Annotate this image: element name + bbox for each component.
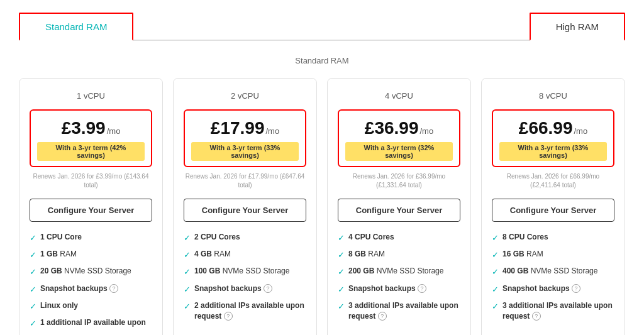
features-list-3: ✓8 CPU Cores✓16 GB RAM✓400 GB NVMe SSD S… bbox=[492, 232, 614, 321]
feature-item-3-3: ✓Snapshot backups ? bbox=[492, 283, 614, 295]
configure-button-3[interactable]: Configure Your Server bbox=[492, 199, 614, 222]
check-icon: ✓ bbox=[338, 301, 345, 312]
feature-text-2-0: 4 CPU Cores bbox=[348, 232, 394, 243]
feature-text-1-4: 2 additional IPs available upon request … bbox=[194, 300, 306, 322]
check-icon: ✓ bbox=[30, 301, 36, 312]
info-icon[interactable]: ? bbox=[572, 284, 580, 293]
price-box-0: £3.99/moWith a 3-yr term (42% savings) bbox=[30, 109, 152, 167]
feature-text-0-2: 20 GB NVMe SSD Storage bbox=[40, 266, 131, 277]
feature-item-1-2: ✓100 GB NVMe SSD Storage bbox=[184, 266, 306, 278]
price-main-3: £66.99/mo bbox=[499, 118, 607, 138]
feature-text-2-1: 8 GB RAM bbox=[348, 249, 385, 260]
price-per-1: /mo bbox=[265, 126, 279, 136]
renews-text-3: Renews Jan. 2026 for £66.99/mo (£2,411.6… bbox=[492, 172, 614, 190]
feature-text-0-5: 1 additional IP available upon bbox=[40, 317, 146, 328]
feature-item-1-3: ✓Snapshot backups ? bbox=[184, 283, 306, 295]
price-box-2: £36.99/moWith a 3-yr term (32% savings) bbox=[338, 109, 460, 167]
features-list-1: ✓2 CPU Cores✓4 GB RAM✓100 GB NVMe SSD St… bbox=[184, 232, 306, 321]
feature-item-1-1: ✓4 GB RAM bbox=[184, 249, 306, 261]
feature-item-0-1: ✓1 GB RAM bbox=[30, 249, 152, 261]
plan-card-1: 2 vCPU£17.99/moWith a 3-yr term (33% sav… bbox=[173, 78, 317, 335]
plan-vcpu-2: 4 vCPU bbox=[338, 91, 460, 101]
price-amount-2: £36.99 bbox=[365, 118, 419, 138]
info-icon[interactable]: ? bbox=[418, 284, 426, 293]
feature-item-3-2: ✓400 GB NVMe SSD Storage bbox=[492, 266, 614, 278]
feature-text-2-2: 200 GB NVMe SSD Storage bbox=[348, 266, 443, 277]
check-icon: ✓ bbox=[338, 284, 345, 295]
configure-button-2[interactable]: Configure Your Server bbox=[338, 199, 460, 222]
feature-item-0-3: ✓Snapshot backups ? bbox=[30, 283, 152, 295]
plan-vcpu-1: 2 vCPU bbox=[184, 91, 306, 101]
info-icon[interactable]: ? bbox=[264, 284, 272, 293]
check-icon: ✓ bbox=[492, 233, 499, 244]
price-main-2: £36.99/mo bbox=[345, 118, 453, 138]
plan-card-2: 4 vCPU£36.99/moWith a 3-yr term (32% sav… bbox=[327, 78, 471, 335]
feature-text-0-3: Snapshot backups ? bbox=[40, 283, 118, 294]
feature-text-3-0: 8 CPU Cores bbox=[502, 232, 548, 243]
check-icon: ✓ bbox=[184, 233, 191, 244]
price-per-3: /mo bbox=[574, 126, 587, 136]
tab-standard-ram[interactable]: Standard RAM bbox=[19, 13, 133, 41]
feature-text-1-3: Snapshot backups ? bbox=[194, 283, 272, 294]
feature-text-1-2: 100 GB NVMe SSD Storage bbox=[194, 266, 289, 277]
price-per-0: /mo bbox=[107, 126, 121, 136]
feature-item-3-1: ✓16 GB RAM bbox=[492, 249, 614, 261]
savings-badge-3: With a 3-yr term (33% savings) bbox=[499, 142, 607, 161]
check-icon: ✓ bbox=[338, 233, 345, 244]
feature-text-3-1: 16 GB RAM bbox=[502, 249, 543, 260]
tab-high-ram[interactable]: High RAM bbox=[530, 13, 625, 41]
savings-badge-0: With a 3-yr term (42% savings) bbox=[37, 142, 145, 161]
feature-text-3-2: 400 GB NVMe SSD Storage bbox=[502, 266, 597, 277]
plan-card-3: 8 vCPU£66.99/moWith a 3-yr term (33% sav… bbox=[481, 78, 625, 335]
check-icon: ✓ bbox=[184, 266, 191, 278]
info-icon[interactable]: ? bbox=[378, 312, 387, 321]
page-wrapper: Standard RAM High RAM Standard RAM 1 vCP… bbox=[0, 0, 644, 335]
price-per-2: /mo bbox=[419, 126, 433, 136]
tab-bar: Standard RAM High RAM bbox=[19, 13, 625, 41]
plan-vcpu-0: 1 vCPU bbox=[30, 91, 152, 101]
info-icon[interactable]: ? bbox=[109, 284, 118, 293]
check-icon: ✓ bbox=[492, 250, 499, 261]
feature-text-3-4: 3 additional IPs available upon request … bbox=[502, 300, 614, 322]
feature-text-3-3: Snapshot backups ? bbox=[502, 283, 580, 294]
savings-badge-2: With a 3-yr term (32% savings) bbox=[345, 142, 453, 161]
price-main-1: £17.99/mo bbox=[191, 118, 299, 138]
check-icon: ✓ bbox=[338, 250, 345, 261]
feature-item-1-0: ✓2 CPU Cores bbox=[184, 232, 306, 244]
savings-badge-1: With a 3-yr term (33% savings) bbox=[191, 142, 299, 161]
feature-text-2-3: Snapshot backups ? bbox=[348, 283, 426, 294]
check-icon: ✓ bbox=[338, 266, 345, 278]
configure-button-0[interactable]: Configure Your Server bbox=[30, 199, 152, 222]
renews-text-2: Renews Jan. 2026 for £36.99/mo (£1,331.6… bbox=[338, 172, 460, 190]
check-icon: ✓ bbox=[184, 301, 191, 312]
feature-item-0-2: ✓20 GB NVMe SSD Storage bbox=[30, 266, 152, 278]
price-box-1: £17.99/moWith a 3-yr term (33% savings) bbox=[184, 109, 306, 167]
feature-text-1-1: 4 GB RAM bbox=[194, 249, 231, 260]
info-icon[interactable]: ? bbox=[224, 312, 233, 321]
price-amount-3: £66.99 bbox=[519, 118, 573, 138]
price-main-0: £3.99/mo bbox=[37, 118, 145, 138]
feature-text-0-4: Linux only bbox=[40, 300, 78, 311]
price-box-3: £66.99/moWith a 3-yr term (33% savings) bbox=[492, 109, 614, 167]
feature-text-0-0: 1 CPU Core bbox=[40, 232, 82, 243]
renews-text-0: Renews Jan. 2026 for £3.99/mo (£143.64 t… bbox=[30, 172, 152, 190]
check-icon: ✓ bbox=[30, 233, 36, 244]
features-list-0: ✓1 CPU Core✓1 GB RAM✓20 GB NVMe SSD Stor… bbox=[30, 232, 152, 329]
feature-item-1-4: ✓2 additional IPs available upon request… bbox=[184, 300, 306, 322]
feature-item-0-4: ✓Linux only bbox=[30, 300, 152, 312]
info-icon[interactable]: ? bbox=[532, 312, 541, 321]
check-icon: ✓ bbox=[30, 266, 36, 278]
renews-text-1: Renews Jan. 2026 for £17.99/mo (£647.64 … bbox=[184, 172, 306, 190]
feature-item-0-5: ✓1 additional IP available upon bbox=[30, 317, 152, 329]
section-label: Standard RAM bbox=[19, 56, 625, 65]
feature-item-0-0: ✓1 CPU Core bbox=[30, 232, 152, 244]
plan-card-0: 1 vCPU£3.99/moWith a 3-yr term (42% savi… bbox=[19, 78, 163, 335]
features-list-2: ✓4 CPU Cores✓8 GB RAM✓200 GB NVMe SSD St… bbox=[338, 232, 460, 321]
check-icon: ✓ bbox=[184, 250, 191, 261]
check-icon: ✓ bbox=[184, 284, 191, 295]
check-icon: ✓ bbox=[492, 266, 499, 278]
check-icon: ✓ bbox=[30, 284, 36, 295]
plans-grid: 1 vCPU£3.99/moWith a 3-yr term (42% savi… bbox=[19, 78, 625, 335]
configure-button-1[interactable]: Configure Your Server bbox=[184, 199, 306, 222]
feature-text-1-0: 2 CPU Cores bbox=[194, 232, 240, 243]
